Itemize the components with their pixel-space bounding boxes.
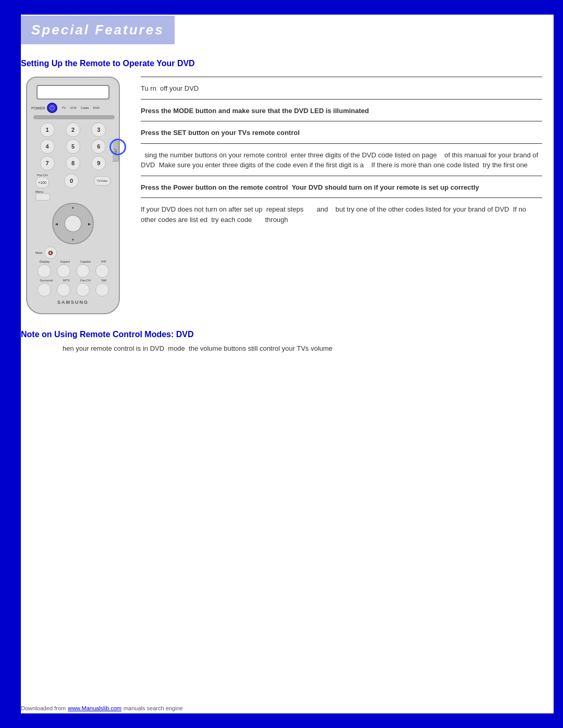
instruction-4-text: sing the number buttons on your remote c… bbox=[141, 150, 542, 170]
instruction-2: Press the MODE button and make sure that… bbox=[141, 99, 542, 121]
note-heading: Note on Using Remote Control Modes: DVD bbox=[21, 330, 542, 339]
surround-label: Surround bbox=[40, 279, 53, 282]
aspect-label: Aspect bbox=[60, 260, 70, 263]
pip-btn bbox=[95, 264, 109, 278]
instruction-6: If your DVD does not turn on after set u… bbox=[141, 198, 542, 230]
mute-label: Mute bbox=[35, 251, 42, 254]
instructions-panel: Tu rn off your DVD Press the MODE button… bbox=[136, 77, 542, 314]
num-btn-4: 4 bbox=[40, 139, 55, 154]
footer-suffix: manuals search engine bbox=[124, 705, 183, 711]
aspect-btn bbox=[57, 264, 70, 278]
num-btn-9: 9 bbox=[91, 156, 106, 170]
brand-label: SAMSUNG bbox=[31, 300, 115, 305]
bottom-labels-2: Surround MTS Fav.CH Still bbox=[34, 279, 112, 282]
mode-bar bbox=[33, 115, 115, 119]
footer-link[interactable]: www.Manualslib.com bbox=[68, 705, 121, 711]
instruction-3-text: Press the SET button on your TVs remote … bbox=[141, 128, 542, 138]
top-blue-bar bbox=[0, 0, 563, 15]
dpad-right-label: ▶ bbox=[88, 222, 91, 226]
power-button bbox=[47, 103, 57, 113]
left-blue-bar bbox=[0, 0, 21, 728]
tv-video-button: TV/Video bbox=[94, 176, 111, 186]
still-btn bbox=[95, 283, 109, 297]
menu-area: Menu bbox=[35, 190, 111, 201]
dpad-down-label: ▼ bbox=[71, 238, 75, 241]
instruction-1-text: Tu rn off your DVD bbox=[141, 83, 542, 94]
dpad-left-label: ◀ bbox=[55, 222, 58, 226]
bottom-labels-1: Display Aspect Caption PIP bbox=[34, 260, 112, 263]
caption-label: Caption bbox=[80, 260, 91, 263]
dpad-up-label: ▲ bbox=[71, 206, 75, 209]
mode-tv: TV bbox=[62, 106, 66, 109]
footer-prefix: Downloaded from bbox=[21, 705, 66, 711]
pip-label: PIP bbox=[101, 260, 106, 263]
remote-illustration: POWER TV VCR Cable DVD 1 2 3 4 bbox=[26, 77, 120, 314]
mute-button: 🔇 bbox=[44, 246, 57, 259]
num-btn-6: 6 bbox=[91, 139, 106, 154]
menu-label-area: Menu bbox=[35, 190, 50, 201]
display-label: Display bbox=[40, 260, 50, 263]
plus100-button: +100 bbox=[35, 177, 49, 188]
plus100-btn: Pre-CH +100 bbox=[35, 174, 49, 188]
dpad: ▲ ▼ ◀ ▶ bbox=[52, 203, 94, 244]
dpad-center bbox=[64, 215, 82, 232]
num-btn-1: 1 bbox=[40, 122, 55, 137]
remote-screen bbox=[36, 85, 109, 100]
instruction-2-text: Press the MODE button and make sure that… bbox=[141, 106, 542, 116]
power-row: POWER TV VCR Cable DVD bbox=[31, 103, 115, 113]
instruction-5-text: Press the Power button on the remote con… bbox=[141, 182, 542, 193]
numpad-wrapper: 1 2 3 4 5 6 7 8 9 SET bbox=[31, 122, 115, 170]
right-blue-bar bbox=[554, 0, 563, 728]
favch-label: Fav.CH bbox=[80, 279, 91, 282]
special-row: Pre-CH +100 0 TV/Video bbox=[35, 174, 111, 188]
num-btn-3: 3 bbox=[91, 122, 106, 137]
mts-label: MTS bbox=[63, 279, 70, 282]
still-label: Still bbox=[101, 279, 106, 282]
bottom-buttons-1 bbox=[34, 264, 112, 278]
mode-vcr: VCR bbox=[70, 106, 77, 109]
surround-btn bbox=[38, 283, 51, 297]
num-btn-0: 0 bbox=[64, 174, 79, 188]
mode-cable: Cable bbox=[81, 106, 89, 109]
num-btn-2: 2 bbox=[66, 122, 80, 137]
num-btn-8: 8 bbox=[66, 156, 80, 170]
bottom-buttons-2 bbox=[34, 283, 112, 297]
favch-btn bbox=[76, 283, 90, 297]
bottom-blue-bar bbox=[0, 713, 563, 728]
numpad: 1 2 3 4 5 6 7 8 9 bbox=[35, 122, 111, 170]
page-title-bar: Special Features bbox=[21, 16, 175, 44]
mode-labels: TV VCR Cable DVD bbox=[62, 106, 100, 109]
section1-heading: Setting Up the Remote to Operate Your DV… bbox=[21, 59, 542, 68]
set-label: SET bbox=[114, 149, 117, 154]
caption-btn bbox=[76, 264, 90, 278]
footer: Downloaded from www.Manualslib.com manua… bbox=[21, 705, 554, 711]
num-btn-5: 5 bbox=[66, 139, 80, 154]
instruction-6-text: If your DVD does not turn on after set u… bbox=[141, 204, 542, 225]
main-layout: POWER TV VCR Cable DVD 1 2 3 4 bbox=[21, 77, 542, 314]
remote-container: POWER TV VCR Cable DVD 1 2 3 4 bbox=[21, 77, 125, 314]
dpad-container: ▲ ▼ ◀ ▶ bbox=[31, 203, 115, 244]
instruction-3: Press the SET button on your TVs remote … bbox=[141, 121, 542, 143]
mute-area: Mute 🔇 bbox=[35, 246, 111, 259]
page-title: Special Features bbox=[31, 22, 164, 38]
num-btn-7: 7 bbox=[40, 156, 55, 170]
mode-dvd: DVD bbox=[93, 106, 100, 109]
set-side-button: SET bbox=[113, 141, 119, 162]
menu-button bbox=[35, 193, 50, 201]
note-section: Note on Using Remote Control Modes: DVD … bbox=[21, 330, 542, 354]
mts-btn bbox=[57, 283, 70, 297]
note-text: hen your remote control is in DVD mode t… bbox=[63, 343, 542, 354]
instruction-4: sing the number buttons on your remote c… bbox=[141, 143, 542, 176]
display-btn bbox=[38, 264, 51, 278]
instruction-1: Tu rn off your DVD bbox=[141, 77, 542, 99]
instruction-5: Press the Power button on the remote con… bbox=[141, 176, 542, 198]
power-label: POWER bbox=[31, 106, 45, 110]
